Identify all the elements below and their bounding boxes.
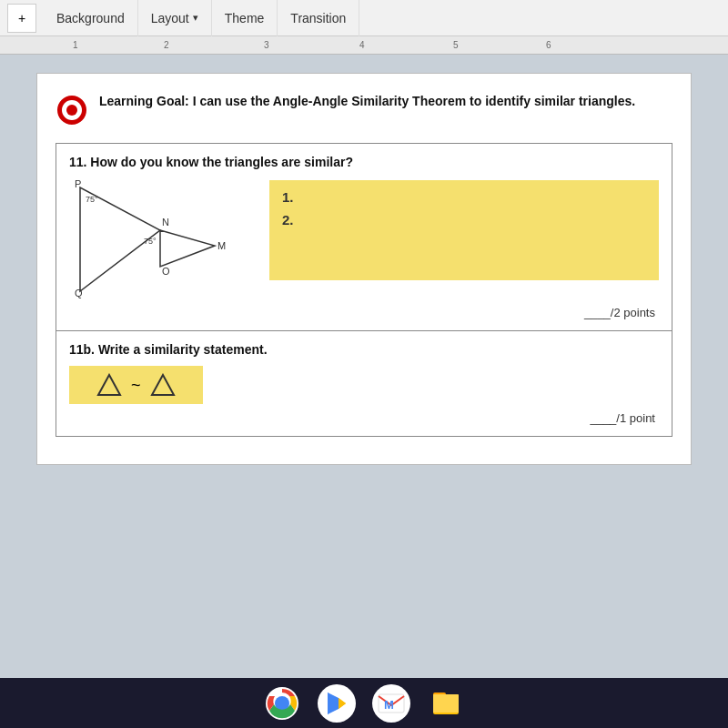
transition-menu-item[interactable]: Transition xyxy=(278,0,359,36)
files-icon[interactable] xyxy=(427,684,465,723)
svg-text:P: P xyxy=(75,180,81,189)
triangle-diagram: P Q N O M 75° 75° xyxy=(69,180,251,298)
triangle-symbol-2 xyxy=(150,373,176,397)
layout-menu-item[interactable]: Layout xyxy=(138,0,212,36)
ruler: 1 2 3 4 5 6 xyxy=(0,36,728,55)
learning-goal: Learning Goal: I can use the Angle-Angle… xyxy=(56,92,672,126)
similarity-answer-box[interactable]: ~ xyxy=(69,366,203,404)
play-store-icon[interactable] xyxy=(318,684,356,723)
triangle-symbol-1 xyxy=(96,373,122,397)
target-icon xyxy=(56,94,88,126)
answer-box-11[interactable]: 1. 2. xyxy=(269,180,659,280)
answer-line-2: 2. xyxy=(282,212,646,228)
similarity-row: ~ xyxy=(69,366,659,404)
taskbar: M xyxy=(0,678,728,728)
gmail-icon[interactable]: M xyxy=(372,684,410,723)
svg-text:M: M xyxy=(217,240,226,251)
svg-marker-22 xyxy=(328,693,339,714)
answer-line-1: 1. xyxy=(282,189,646,205)
points-label-11: ____/2 points xyxy=(69,306,659,319)
chrome-icon[interactable] xyxy=(263,684,301,723)
tilde-symbol: ~ xyxy=(131,376,141,395)
content-area: Learning Goal: I can use the Angle-Angle… xyxy=(0,55,728,673)
background-menu-item[interactable]: Background xyxy=(44,0,138,36)
svg-text:O: O xyxy=(162,266,170,277)
theme-menu-item[interactable]: Theme xyxy=(212,0,278,36)
svg-text:M: M xyxy=(384,698,394,712)
add-button[interactable]: + xyxy=(7,4,36,33)
points-label-11b: ____/1 point xyxy=(69,411,659,425)
learning-goal-text: Learning Goal: I can use the Angle-Angle… xyxy=(99,92,635,111)
question-11b-title: 11b. Write a similarity statement. xyxy=(69,342,659,357)
svg-marker-12 xyxy=(98,375,120,395)
triangle-svg: P Q N O M 75° 75° xyxy=(69,180,251,303)
question-11-title: 11. How do you know the triangles are si… xyxy=(69,155,659,169)
svg-point-2 xyxy=(66,105,77,116)
slide-area: Learning Goal: I can use the Angle-Angle… xyxy=(36,73,692,465)
svg-marker-13 xyxy=(152,375,174,395)
svg-point-16 xyxy=(277,698,288,709)
svg-rect-30 xyxy=(433,694,459,713)
question-11b-box: 11b. Write a similarity statement. ~ ___… xyxy=(56,331,672,437)
svg-marker-23 xyxy=(339,698,346,709)
question-11-box: 11. How do you know the triangles are si… xyxy=(56,143,672,331)
svg-text:75°: 75° xyxy=(86,195,98,204)
svg-marker-4 xyxy=(160,230,215,267)
svg-text:75°: 75° xyxy=(144,237,157,246)
question-11-content: P Q N O M 75° 75° 1. xyxy=(69,180,659,298)
svg-text:Q: Q xyxy=(75,288,83,298)
toolbar: + Background Layout Theme Transition xyxy=(0,0,728,36)
svg-text:N: N xyxy=(162,217,169,228)
